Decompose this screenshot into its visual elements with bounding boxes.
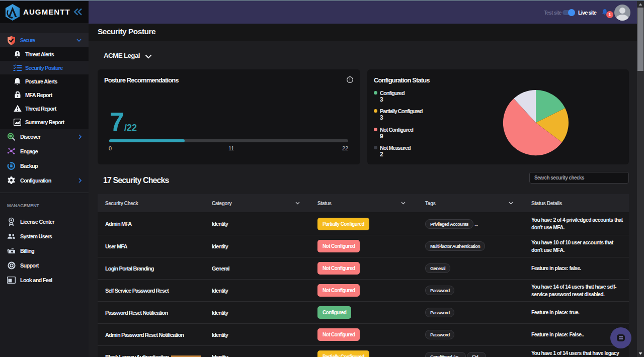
svg-text:AUGMENTT: AUGMENTT — [23, 8, 70, 16]
